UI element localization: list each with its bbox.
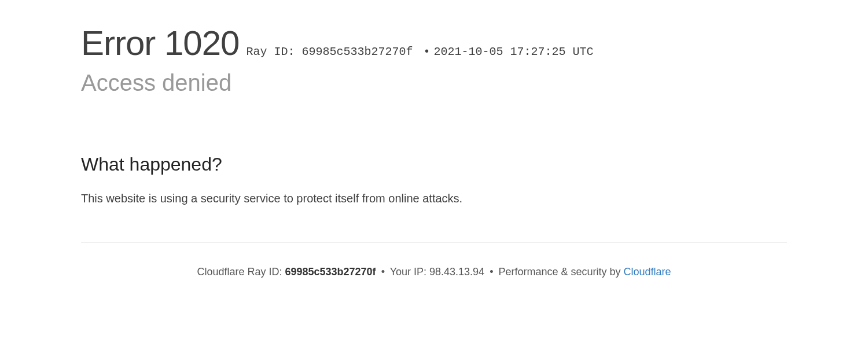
footer-ip-label: Your IP: — [390, 266, 426, 278]
what-happened-section: What happened? This website is using a s… — [81, 154, 787, 208]
error-subtitle: Access denied — [81, 70, 787, 96]
ray-id-value: 69985c533b27270f — [302, 45, 413, 58]
footer-ip-value: 98.43.13.94 — [429, 266, 484, 278]
footer: Cloudflare Ray ID: 69985c533b27270f • Yo… — [81, 266, 787, 278]
footer-ray-value: 69985c533b27270f — [285, 266, 376, 278]
section-heading: What happened? — [81, 154, 787, 175]
dot-separator: • — [490, 266, 493, 278]
ray-id-label: Ray ID: — [246, 45, 295, 58]
error-page: Error 1020 Ray ID: 69985c533b27270f •202… — [0, 0, 868, 278]
footer-ray-label: Cloudflare Ray ID: — [197, 266, 282, 278]
header-row: Error 1020 Ray ID: 69985c533b27270f •202… — [81, 23, 787, 63]
error-title: Error 1020 — [81, 23, 239, 63]
ray-info: Ray ID: 69985c533b27270f •2021-10-05 17:… — [246, 45, 593, 58]
section-text: This website is using a security service… — [81, 189, 475, 208]
dot-separator: • — [381, 266, 385, 278]
timestamp: 2021-10-05 17:27:25 UTC — [434, 45, 594, 58]
divider — [81, 242, 787, 243]
footer-perf-label: Performance & security by — [498, 266, 620, 278]
cloudflare-link[interactable]: Cloudflare — [624, 266, 671, 278]
bullet-separator: • — [424, 45, 431, 58]
